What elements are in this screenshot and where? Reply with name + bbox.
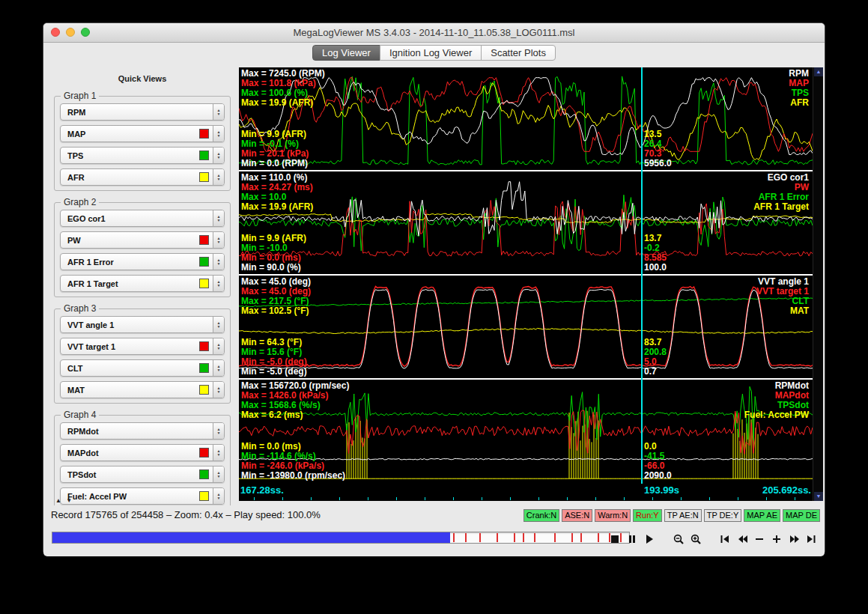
channel-name: PW [67, 236, 199, 245]
plus-icon [771, 533, 783, 545]
skip-to-start-button[interactable] [717, 531, 732, 547]
maximize-button[interactable] [81, 28, 90, 37]
time-axis-tick [624, 497, 625, 500]
chart-panel-3[interactable]: Max = 45.0 (deg)Max = 45.0 (deg)Max = 21… [239, 276, 813, 378]
min-label: Min = -5.0 (deg) [241, 367, 307, 377]
scroll-up-icon[interactable]: ▲ [814, 67, 823, 76]
channel-select-vvt-target-1[interactable]: VVT target 1▲▼ [60, 338, 225, 355]
channel-select-rpmdot[interactable]: RPMdot▲▼ [60, 422, 225, 440]
max-label: Max = 19.9 (AFR) [241, 202, 313, 212]
cursor-values: 13.526.470.35956.0 [644, 130, 672, 168]
status-badge-warm-n: Warm:N [595, 509, 631, 522]
channel-select-tpsdot[interactable]: TPSdot▲▼ [60, 466, 225, 483]
combo-stepper-icon[interactable]: ▲▼ [213, 148, 224, 163]
combo-stepper-icon[interactable]: ▲▼ [213, 488, 224, 504]
scroll-down-icon[interactable]: ▼ [814, 492, 823, 501]
min-labels: Min = 9.9 (AFR)Min = -0.1 (%)Min = 20.1 … [241, 130, 309, 168]
graph-group-1: Graph 1RPM▲▼MAP▲▼TPS▲▼AFR▲▼ [54, 96, 231, 191]
channel-select-vvt-angle-1[interactable]: VVT angle 1▲▼ [60, 316, 225, 333]
timeline-scrubber[interactable] [52, 532, 630, 544]
time-axis-tick [425, 497, 425, 500]
min-labels: Min = 9.9 (AFR)Min = -10.0Min = 0.0 (ms)… [241, 234, 306, 273]
cursor-values: 83.7200.85.00.7 [644, 338, 667, 377]
combo-stepper-icon[interactable]: ▲▼ [213, 445, 224, 460]
time-axis-tick [567, 497, 568, 500]
combo-stepper-icon[interactable]: ▲▼ [213, 466, 224, 482]
color-swatch-icon [199, 363, 209, 373]
stepper-down-icon: ▼ [217, 368, 221, 372]
time-axis-tick [766, 497, 767, 500]
channel-name: EGO cor1 [67, 214, 213, 223]
zoom-out-button[interactable] [671, 531, 686, 547]
legend-item: AFR [789, 98, 809, 108]
combo-stepper-icon[interactable]: ▲▼ [213, 423, 224, 439]
stepper-down-icon: ▼ [217, 475, 221, 478]
combo-stepper-icon[interactable]: ▲▼ [213, 210, 224, 226]
channel-select-mat[interactable]: MAT▲▼ [60, 381, 225, 398]
increase-speed-button[interactable] [769, 531, 784, 547]
tab-log-viewer[interactable]: Log Viewer [312, 45, 380, 61]
close-button[interactable] [51, 28, 60, 37]
graph-group-label: Graph 3 [61, 303, 99, 314]
channel-select-pw[interactable]: PW▲▼ [60, 231, 225, 249]
skip-to-end-button[interactable] [804, 531, 819, 547]
zoom-in-icon [690, 533, 702, 546]
status-badges: Crank:NASE:NWarm:NRun:YTP AE:NTP DE:YMAP… [523, 509, 820, 522]
tab-bar: Log Viewer Ignition Log Viewer Scatter P… [43, 43, 825, 63]
tab-scatter-plots[interactable]: Scatter Plots [481, 45, 556, 61]
time-axis-tick [738, 497, 738, 500]
color-swatch-icon [199, 469, 209, 479]
chart-vertical-scrollbar[interactable]: ▲ ▼ [813, 67, 823, 501]
channel-select-clt[interactable]: CLT▲▼ [60, 359, 225, 377]
chart-area[interactable]: Max = 7245.0 (RPM)Max = 101.8 (kPa)Max =… [239, 67, 813, 501]
panel-separator [239, 378, 813, 380]
max-labels: Max = 110.0 (%)Max = 24.27 (ms)Max = 10.… [241, 173, 313, 212]
channel-select-mapdot[interactable]: MAPdot▲▼ [60, 444, 225, 461]
cursor-value: 2090.0 [644, 471, 672, 481]
tab-ignition-log-viewer[interactable]: Ignition Log Viewer [380, 45, 482, 61]
decrease-speed-button[interactable] [752, 531, 767, 547]
combo-stepper-icon[interactable]: ▲▼ [213, 360, 224, 376]
zoom-in-button[interactable] [688, 531, 703, 547]
stepper-down-icon: ▼ [217, 431, 221, 435]
cursor-value: 5956.0 [644, 159, 672, 168]
sidebar-scroll-arrows[interactable]: ▲ ▼ [55, 497, 73, 504]
minimize-button[interactable] [66, 28, 75, 37]
quick-views-panel: Quick Views Graph 1RPM▲▼MAP▲▼TPS▲▼AFR▲▼G… [49, 63, 235, 505]
channel-select-afr-1-error[interactable]: AFR 1 Error▲▼ [60, 253, 225, 270]
chart-panel-1[interactable]: Max = 7245.0 (RPM)Max = 101.8 (kPa)Max =… [239, 67, 813, 170]
chart-panel-2[interactable]: Max = 110.0 (%)Max = 24.27 (ms)Max = 10.… [239, 171, 813, 274]
combo-stepper-icon[interactable]: ▲▼ [213, 126, 224, 142]
channel-select-tps[interactable]: TPS▲▼ [60, 147, 225, 164]
fast-forward-button[interactable] [786, 531, 801, 547]
stop-button[interactable] [607, 531, 622, 547]
combo-stepper-icon[interactable]: ▲▼ [213, 382, 224, 398]
panel-separator [239, 170, 813, 171]
combo-stepper-icon[interactable]: ▲▼ [213, 232, 224, 248]
rewind-button[interactable] [735, 531, 750, 547]
stepper-down-icon: ▼ [217, 156, 221, 159]
chart-panel-4[interactable]: Max = 156720.0 (rpm/sec)Max = 1426.0 (kP… [239, 380, 813, 482]
channel-select-afr[interactable]: AFR▲▼ [60, 168, 225, 186]
event-tick [580, 533, 582, 542]
min-label: Min = -13980.0 (rpm/sec) [241, 471, 345, 481]
channel-name: AFR 1 Error [67, 258, 199, 267]
channel-select-rpm[interactable]: RPM▲▼ [60, 103, 225, 121]
pause-button[interactable] [625, 531, 640, 547]
time-cursor[interactable] [641, 67, 643, 484]
time-axis-tick [282, 497, 283, 500]
combo-stepper-icon[interactable]: ▲▼ [213, 169, 224, 185]
combo-stepper-icon[interactable]: ▲▼ [213, 317, 224, 332]
combo-stepper-icon[interactable]: ▲▼ [213, 104, 224, 120]
panel-legend: VVT angle 1VVT target 1CLTMAT [756, 277, 809, 316]
channel-select-map[interactable]: MAP▲▼ [60, 125, 225, 142]
panel-legend: RPMdotMAPdotTPSdotFuel: Accel PW [744, 381, 809, 420]
color-swatch-icon [199, 257, 209, 267]
channel-select-fuel-accel-pw[interactable]: Fuel: Accel PW▲▼ [60, 487, 225, 505]
channel-select-afr-1-target[interactable]: AFR 1 Target▲▼ [60, 275, 225, 292]
channel-select-ego-cor1[interactable]: EGO cor1▲▼ [60, 210, 225, 227]
combo-stepper-icon[interactable]: ▲▼ [213, 338, 224, 354]
combo-stepper-icon[interactable]: ▲▼ [213, 276, 224, 291]
combo-stepper-icon[interactable]: ▲▼ [213, 254, 224, 270]
play-button[interactable] [642, 531, 657, 547]
